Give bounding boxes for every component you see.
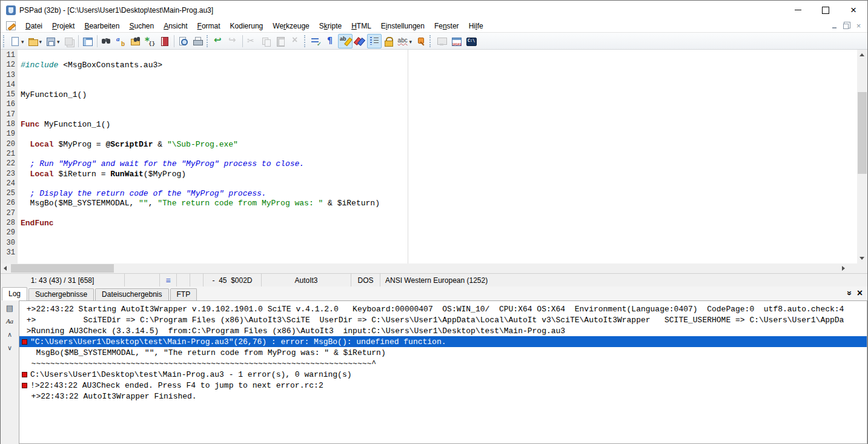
toolbar-grip[interactable] [3, 35, 7, 47]
word-wrap-icon[interactable] [160, 274, 177, 287]
format-brush-button[interactable] [353, 34, 367, 48]
hex-editor-button[interactable] [449, 34, 463, 48]
delete-button[interactable] [288, 34, 303, 48]
code-line-29[interactable] [21, 228, 858, 238]
log-line[interactable]: +> SciTEDir => C:\Program Files (x86)\Au… [19, 314, 867, 325]
undo-button[interactable] [211, 34, 226, 48]
spell-check-dropdown-icon[interactable] [408, 37, 412, 45]
code-line-20[interactable]: Local $MyProg = @ScriptDir & "\Sub-Prog.… [21, 140, 858, 150]
menu-hilfe[interactable]: Hilfe [464, 20, 488, 32]
scroll-down-icon[interactable] [860, 257, 864, 260]
code-editor[interactable]: 1112131415161718192021222324252627282930… [1, 50, 858, 263]
line-numbers-button[interactable] [367, 34, 382, 48]
bookmarks-button[interactable] [157, 34, 172, 48]
log-previous-icon[interactable] [2, 328, 17, 340]
menu-html[interactable]: HTML [346, 20, 376, 32]
scroll-up-icon[interactable] [860, 53, 864, 56]
maximize-button[interactable] [812, 1, 840, 19]
toolbar-grip[interactable] [207, 35, 210, 47]
code-browser-button[interactable] [143, 34, 157, 48]
cut-button[interactable] [245, 34, 259, 48]
syntax-highlighting-button[interactable] [338, 34, 353, 48]
menu-fenster[interactable]: Fenster [429, 20, 464, 32]
spell-check-button[interactable] [396, 34, 414, 48]
log-line[interactable]: !>22:43:22 AU3Check ended. Press F4 to j… [19, 380, 867, 391]
menu-skripte[interactable]: Skripte [314, 20, 346, 32]
show-formatting-button[interactable] [323, 34, 338, 48]
menu-suchen[interactable]: Suchen [124, 20, 159, 32]
lock-button[interactable] [382, 34, 396, 48]
menu-datei[interactable]: Datei [21, 20, 47, 32]
code-line-24[interactable] [21, 179, 858, 189]
horizontal-scrollbar[interactable] [1, 263, 858, 273]
code-line-25[interactable]: ; Display the return code of the "MyProg… [21, 189, 858, 199]
open-file-dropdown-icon[interactable] [38, 37, 42, 45]
checklist-button[interactable] [309, 34, 323, 48]
scroll-right-icon[interactable] [842, 266, 845, 271]
scroll-left-icon[interactable] [4, 266, 7, 271]
menu-projekt[interactable]: Projekt [47, 20, 79, 32]
code-line-28[interactable]: EndFunc [21, 219, 858, 228]
code-line-31[interactable] [21, 248, 858, 258]
log-output[interactable]: +>22:43:22 Starting AutoIt3Wrapper v.19.… [19, 300, 867, 444]
find-in-files-button[interactable] [128, 34, 143, 48]
code-line-30[interactable] [21, 239, 858, 248]
print-button[interactable] [191, 34, 205, 48]
code-line-13[interactable] [21, 71, 858, 81]
save-dropdown-icon[interactable] [56, 37, 60, 45]
log-line[interactable]: +>22:43:22 Starting AutoIt3Wrapper v.19.… [19, 303, 867, 314]
log-document-icon[interactable] [2, 302, 17, 314]
log-line[interactable]: >Running AU3Check (3.3.14.5) from:C:\Pro… [19, 325, 867, 336]
save-all-button[interactable] [62, 34, 76, 48]
log-line[interactable]: +>22:43:22 AutoIt3Wrapper Finished. [19, 391, 867, 402]
dos-console-button[interactable] [463, 34, 478, 48]
minimize-button[interactable] [784, 1, 812, 19]
code-line-22[interactable]: ; Run "MyProg" and wait for the "MyProg"… [21, 159, 858, 169]
log-line-selected[interactable]: "C:\Users\User1\Desktop\test\Main-Prog.a… [19, 336, 867, 347]
log-line[interactable]: MsgBo($MB_SYSTEMMODAL, "", "The return c… [19, 347, 867, 358]
toolbar-grip[interactable] [304, 35, 308, 47]
status-line-endings[interactable]: DOS [351, 274, 380, 287]
code-line-27[interactable] [21, 209, 858, 219]
code-line-18[interactable]: Func MyFunction_1() [21, 120, 858, 130]
save-file-button[interactable] [44, 34, 62, 48]
code-line-12[interactable]: #include <MsgBoxConstants.au3> [21, 61, 858, 70]
menu-format[interactable]: Format [193, 20, 225, 32]
collapse-panel-icon[interactable] [847, 288, 852, 298]
paste-button[interactable] [274, 34, 288, 48]
new-file-dropdown-icon[interactable] [20, 37, 24, 45]
close-panel-icon[interactable] [857, 288, 863, 299]
code-line-16[interactable] [21, 100, 858, 110]
log-next-icon[interactable] [2, 342, 17, 354]
code-line-17[interactable] [21, 110, 858, 120]
mdi-minimize-button[interactable] [829, 21, 840, 30]
code-line-26[interactable]: MsgBo($MB_SYSTEMMODAL, "", "The return c… [21, 199, 858, 208]
log-line[interactable]: ~~~~~~~~~~~~~~~~~~~~~~~~~~~~~~~~~~~~~~~~… [19, 358, 867, 369]
log-tab-dateisuchergebnis[interactable]: Dateisuchergebnis [95, 288, 168, 300]
log-tab-log[interactable]: Log [2, 287, 27, 300]
mdi-restore-button[interactable] [841, 21, 852, 30]
status-syntax[interactable]: AutoIt3 [262, 274, 351, 287]
external-monitor-button[interactable] [434, 34, 449, 48]
mdi-close-button[interactable] [853, 21, 864, 30]
menu-ansicht[interactable]: Ansicht [159, 20, 192, 32]
menu-kodierung[interactable]: Kodierung [225, 20, 268, 32]
redo-button[interactable] [226, 34, 240, 48]
code-line-15[interactable]: MyFunction_1() [21, 90, 858, 100]
toolbar-grip[interactable] [429, 35, 433, 47]
status-encoding[interactable]: ANSI Western European (1252) [380, 274, 867, 287]
print-preview-button[interactable] [176, 34, 191, 48]
copy-button[interactable] [259, 34, 274, 48]
code-line-11[interactable] [21, 51, 858, 61]
code-line-21[interactable] [21, 150, 858, 159]
vertical-scrollbar[interactable] [857, 50, 867, 263]
find-button[interactable] [99, 34, 114, 48]
new-file-button[interactable] [8, 34, 26, 48]
close-button[interactable] [840, 1, 867, 19]
vertical-scroll-thumb[interactable] [858, 92, 867, 174]
code-line-23[interactable]: Local $iReturn = RunWait($MyProg) [21, 170, 858, 179]
pin-on-top-button[interactable] [414, 34, 428, 48]
menu-einstellungen[interactable]: Einstellungen [376, 20, 429, 32]
replace-button[interactable] [114, 34, 128, 48]
project-panel-button[interactable] [81, 34, 95, 48]
